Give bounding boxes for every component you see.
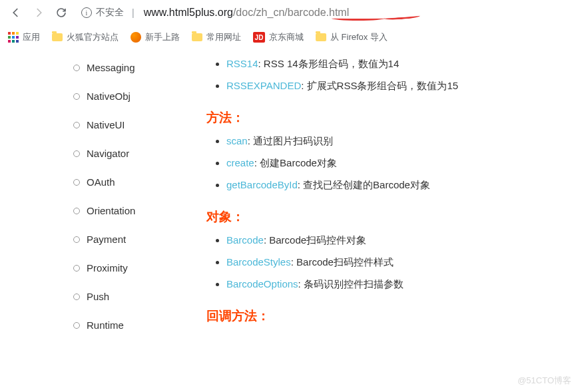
apps-label: 应用 — [23, 31, 40, 43]
security-indicator[interactable]: i 不安全 | — [76, 7, 137, 19]
folder-icon — [52, 33, 63, 41]
sidebar-item[interactable]: Push — [0, 282, 173, 311]
sidebar-item[interactable]: Payment — [0, 225, 173, 254]
bullet-icon — [73, 208, 80, 214]
bookmark-item[interactable]: 从 Firefox 导入 — [316, 31, 388, 43]
list-item: BarcodeOptions: 条码识别控件扫描参数 — [226, 274, 571, 295]
bookmark-item[interactable]: JD 京东商城 — [253, 31, 304, 43]
bookmark-item[interactable]: 常用网址 — [192, 31, 241, 43]
doc-link[interactable]: Barcode — [226, 234, 264, 246]
list-item: RSSEXPANDED: 扩展式RSS条形组合码，数值为15 — [226, 75, 571, 97]
top-list: RSS14: RSS 14条形组合码，数值为14 RSSEXPANDED: 扩展… — [206, 53, 571, 97]
sidebar-item[interactable]: Runtime — [0, 311, 173, 339]
main-content: RSS14: RSS 14条形组合码，数值为14 RSSEXPANDED: 扩展… — [173, 49, 578, 392]
sidebar-item-label: Navigator — [87, 148, 129, 159]
sidebar-item-label: NativeObj — [87, 91, 131, 102]
section-title-methods: 方法： — [206, 109, 571, 126]
list-text: : 通过图片扫码识别 — [248, 135, 333, 146]
sidebar-item-label: Messaging — [87, 62, 135, 73]
sidebar-item[interactable]: OAuth — [0, 168, 173, 196]
bookmark-label: 新手上路 — [145, 31, 180, 43]
jd-icon: JD — [253, 32, 265, 43]
doc-link[interactable]: BarcodeStyles — [226, 256, 291, 268]
list-text: : Barcode扫码控件对象 — [264, 234, 366, 246]
sidebar-item-label: Runtime — [87, 319, 124, 331]
folder-icon — [316, 33, 326, 41]
list-text: : 扩展式RSS条形组合码，数值为15 — [301, 80, 458, 91]
watermark: @51CTO博客 — [517, 375, 571, 387]
bullet-icon — [73, 179, 80, 186]
list-text: : RSS 14条形组合码，数值为14 — [258, 58, 400, 69]
objects-list: Barcode: Barcode扫码控件对象 BarcodeStyles: Ba… — [206, 230, 571, 295]
bookmark-label: 京东商城 — [269, 31, 304, 43]
bullet-icon — [73, 236, 80, 243]
bookmarks-bar: 应用 火狐官方站点 新手上路 常用网址 JD 京东商城 从 Firefox 导入 — [0, 25, 578, 49]
section-title-objects: 对象： — [206, 208, 571, 226]
browser-toolbar: i 不安全 | www.html5plus.org/doc/zh_cn/barc… — [0, 0, 578, 25]
url-host: www.html5plus.org — [144, 7, 233, 18]
sidebar-item-label: Push — [87, 291, 109, 302]
sidebar-item[interactable]: NativeObj — [0, 82, 173, 110]
bookmark-label: 从 Firefox 导入 — [330, 31, 388, 43]
list-text: : Barcode扫码控件样式 — [291, 256, 394, 268]
sidebar-item-label: Proximity — [87, 262, 128, 274]
section-title-callbacks: 回调方法： — [206, 307, 571, 325]
doc-link[interactable]: BarcodeOptions — [226, 278, 298, 290]
doc-link[interactable]: RSSEXPANDED — [226, 80, 301, 91]
sidebar-item-label: Payment — [87, 234, 126, 245]
forward-button[interactable] — [31, 5, 47, 21]
list-item: RSS14: RSS 14条形组合码，数值为14 — [226, 53, 571, 75]
back-button[interactable] — [8, 5, 24, 21]
apps-icon — [8, 32, 19, 43]
annotation-underline — [332, 16, 385, 21]
doc-link[interactable]: RSS14 — [226, 58, 258, 69]
sidebar-item-label: Orientation — [87, 205, 135, 216]
doc-link[interactable]: scan — [226, 135, 248, 146]
sidebar-item-label: OAuth — [87, 176, 115, 188]
firefox-icon — [131, 32, 141, 43]
list-item: scan: 通过图片扫码识别 — [226, 130, 571, 152]
bullet-icon — [73, 65, 80, 71]
sidebar-item[interactable]: Messaging — [0, 53, 173, 82]
bookmark-item[interactable]: 新手上路 — [131, 31, 180, 43]
sidebar-item[interactable]: NativeUI — [0, 110, 173, 139]
list-text: : 查找已经创建的Barcode对象 — [298, 179, 430, 190]
address-separator: | — [128, 7, 137, 18]
list-item: create: 创建Barcode对象 — [226, 152, 571, 174]
bullet-icon — [73, 322, 80, 329]
insecure-label: 不安全 — [96, 7, 124, 19]
sidebar-item[interactable]: Navigator — [0, 139, 173, 168]
sidebar-nav: Messaging NativeObj NativeUI Navigator O… — [0, 49, 173, 392]
bullet-icon — [73, 265, 80, 272]
doc-link[interactable]: getBarcodeById — [226, 179, 298, 190]
list-item: Barcode: Barcode扫码控件对象 — [226, 230, 571, 252]
bookmark-label: 常用网址 — [206, 31, 241, 43]
folder-icon — [192, 33, 202, 41]
apps-button[interactable]: 应用 — [8, 31, 40, 43]
bookmark-label: 火狐官方站点 — [67, 31, 119, 43]
sidebar-item[interactable]: Orientation — [0, 196, 173, 225]
bullet-icon — [73, 122, 80, 128]
reload-button[interactable] — [53, 5, 69, 21]
bullet-icon — [73, 294, 80, 300]
bullet-icon — [73, 93, 80, 100]
methods-list: scan: 通过图片扫码识别 create: 创建Barcode对象 getBa… — [206, 130, 571, 196]
bullet-icon — [73, 150, 80, 157]
list-item: BarcodeStyles: Barcode扫码控件样式 — [226, 252, 571, 274]
info-icon: i — [81, 7, 92, 18]
sidebar-item-label: NativeUI — [87, 119, 125, 130]
list-text: : 条码识别控件扫描参数 — [298, 278, 404, 290]
doc-link[interactable]: create — [226, 157, 254, 168]
list-text: : 创建Barcode对象 — [254, 157, 337, 168]
bookmark-item[interactable]: 火狐官方站点 — [52, 31, 119, 43]
sidebar-item[interactable]: Proximity — [0, 254, 173, 282]
list-item: getBarcodeById: 查找已经创建的Barcode对象 — [226, 174, 571, 196]
address-bar[interactable]: www.html5plus.org/doc/zh_cn/barcode.html — [144, 7, 350, 19]
